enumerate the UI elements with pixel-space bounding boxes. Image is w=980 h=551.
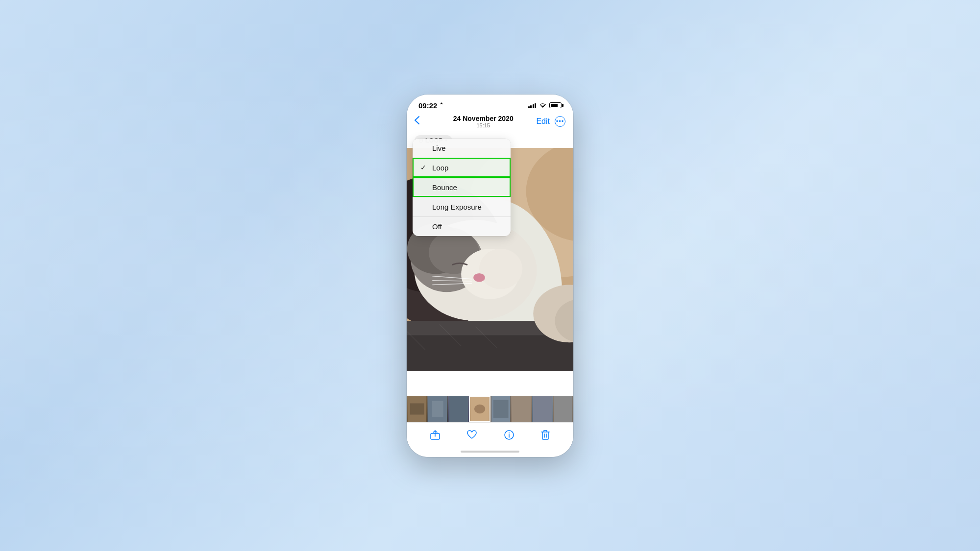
like-button[interactable]	[463, 428, 481, 442]
thumbnail-1[interactable]	[407, 396, 427, 422]
signal-bar-3	[533, 104, 534, 108]
dropdown-item-live[interactable]: Live	[413, 139, 511, 158]
share-icon	[430, 430, 441, 440]
dropdown-label-long-exposure: Long Exposure	[432, 203, 482, 211]
dropdown-item-long-exposure[interactable]: Long Exposure	[413, 197, 511, 216]
nav-date: 24 November 2020	[453, 115, 514, 122]
back-button[interactable]	[415, 116, 430, 127]
dropdown-label-loop: Loop	[432, 164, 448, 172]
info-button[interactable]	[500, 428, 518, 442]
dropdown-label-off: Off	[432, 222, 442, 231]
heart-icon	[466, 430, 477, 440]
thumbnail-2[interactable]	[427, 396, 448, 422]
check-icon-loop: ✓	[420, 164, 428, 171]
nav-bar: 24 November 2020 15:15 Edit •••	[407, 113, 573, 132]
time-display: 09:22	[418, 101, 437, 110]
status-time: 09:22	[418, 101, 444, 110]
dropdown-item-bounce[interactable]: Bounce	[413, 177, 511, 197]
share-button[interactable]	[426, 428, 444, 442]
more-button[interactable]: •••	[555, 116, 565, 127]
signal-icon	[528, 102, 537, 108]
svg-point-29	[474, 404, 485, 413]
dropdown-menu: Live ✓ Loop Bounce Long Exposure Off	[413, 139, 511, 236]
thumbnail-5[interactable]	[490, 396, 511, 422]
svg-rect-33	[533, 396, 552, 422]
svg-point-12	[473, 273, 485, 282]
svg-rect-32	[512, 396, 531, 422]
thumbnail-7[interactable]	[532, 396, 553, 422]
info-icon	[504, 430, 514, 440]
thumbnail-3[interactable]	[448, 396, 469, 422]
svg-rect-31	[493, 400, 509, 418]
svg-rect-27	[449, 396, 468, 422]
location-icon	[439, 102, 444, 108]
bottom-toolbar	[407, 422, 573, 446]
home-indicator-bar	[461, 451, 519, 453]
dropdown-item-loop[interactable]: ✓ Loop	[413, 158, 511, 177]
svg-point-38	[509, 432, 510, 433]
battery-icon	[549, 102, 562, 108]
dropdown-item-off[interactable]: Off	[413, 216, 511, 236]
nav-title: 24 November 2020 15:15	[453, 115, 514, 128]
svg-point-11	[479, 248, 522, 288]
trash-icon	[540, 430, 550, 440]
svg-rect-34	[554, 396, 573, 422]
signal-bar-1	[528, 106, 530, 108]
thumbnail-8[interactable]	[553, 396, 573, 422]
status-icons	[528, 102, 562, 108]
phone-frame: 09:22	[407, 95, 573, 457]
more-dots-icon: •••	[556, 118, 564, 124]
svg-rect-26	[432, 401, 443, 417]
nav-time: 15:15	[453, 122, 514, 128]
status-bar: 09:22	[407, 95, 573, 113]
svg-rect-24	[410, 403, 424, 414]
thumbnail-strip[interactable]	[407, 396, 573, 422]
edit-button[interactable]: Edit	[536, 117, 550, 126]
home-indicator	[407, 446, 573, 457]
dropdown-label-bounce: Bounce	[432, 183, 457, 192]
thumbnail-4[interactable]	[469, 396, 490, 422]
nav-actions: Edit •••	[536, 116, 565, 127]
signal-bar-2	[530, 105, 532, 108]
battery-fill	[551, 104, 558, 107]
photo-spacer	[407, 371, 573, 396]
wifi-icon	[539, 102, 546, 108]
dropdown-label-live: Live	[432, 144, 446, 152]
signal-bar-4	[535, 103, 536, 108]
thumbnail-6[interactable]	[511, 396, 532, 422]
delete-button[interactable]	[537, 428, 554, 442]
